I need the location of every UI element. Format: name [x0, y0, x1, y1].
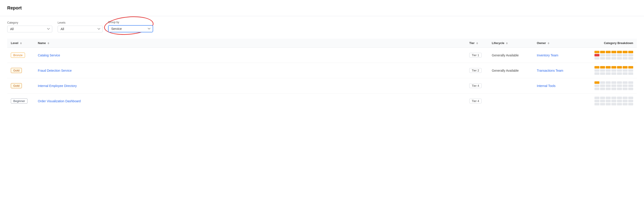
level-badge: Gold — [11, 68, 22, 73]
cell-breakdown — [583, 63, 637, 78]
cell-tier: Tier 1 — [466, 48, 488, 63]
groupby-select[interactable]: Service Team Category — [108, 25, 153, 32]
levels-filter-group: Levels All — [58, 21, 103, 32]
breakdown-visual — [594, 66, 633, 75]
level-badge: Gold — [11, 83, 22, 88]
cell-lifecycle — [488, 94, 533, 109]
cell-breakdown — [583, 78, 637, 94]
cell-name: Fraud Detection Service — [34, 63, 466, 78]
tier-badge: Tier 4 — [469, 83, 482, 88]
col-header-lifecycle[interactable]: Lifecycle — [488, 39, 533, 48]
cell-owner — [533, 94, 583, 109]
service-name-link[interactable]: Fraud Detection Service — [38, 69, 72, 72]
filters-bar: Category All Levels All Group by Service… — [7, 16, 637, 37]
category-filter-group: Category All — [7, 21, 52, 32]
groupby-filter-group: Group by Service Team Category — [108, 21, 153, 32]
table-row: BeginnerOrder Visualization DashboardTie… — [7, 94, 637, 109]
service-name-link[interactable]: Order Visualization Dashboard — [38, 99, 80, 103]
cell-tier: Tier 2 — [466, 63, 488, 78]
category-label: Category — [7, 21, 52, 24]
name-sort-icon — [48, 42, 49, 44]
cell-tier: Tier 4 — [466, 78, 488, 94]
tier-sort-icon — [476, 42, 478, 44]
col-header-level[interactable]: Level — [7, 39, 34, 48]
col-header-tier[interactable]: Tier — [466, 39, 488, 48]
cell-lifecycle — [488, 78, 533, 94]
level-sort-icon — [20, 42, 22, 44]
cell-name: Internal Employee Directory — [34, 78, 466, 94]
breakdown-visual — [594, 51, 633, 60]
page-title: Report — [7, 5, 637, 10]
cell-lifecycle: Generally Available — [488, 48, 533, 63]
col-header-breakdown: Category Breakdown — [583, 39, 637, 48]
cell-owner: Internal Tools — [533, 78, 583, 94]
groupby-label: Group by — [108, 21, 153, 24]
table-container: Level Name Tier — [7, 39, 637, 108]
main-table: Level Name Tier — [7, 39, 637, 108]
owner-link[interactable]: Transactions Team — [537, 69, 564, 72]
cell-lifecycle: Generally Available — [488, 63, 533, 78]
service-name-link[interactable]: Internal Employee Directory — [38, 84, 77, 88]
cell-owner: Transactions Team — [533, 63, 583, 78]
cell-level: Gold — [7, 63, 34, 78]
cell-name: Catalog Service — [34, 48, 466, 63]
cell-level: Bronze — [7, 48, 34, 63]
cell-breakdown — [583, 48, 637, 63]
level-badge: Bronze — [11, 53, 25, 58]
table-row: GoldFraud Detection ServiceTier 2General… — [7, 63, 637, 78]
cell-tier: Tier 4 — [466, 94, 488, 109]
category-select[interactable]: All — [7, 26, 52, 32]
levels-label: Levels — [58, 21, 103, 24]
tier-badge: Tier 2 — [469, 68, 482, 73]
owner-link[interactable]: Internal Tools — [537, 84, 556, 88]
cell-level: Beginner — [7, 94, 34, 109]
cell-level: Gold — [7, 78, 34, 94]
cell-name: Order Visualization Dashboard — [34, 94, 466, 109]
owner-sort-icon — [548, 42, 550, 44]
cell-breakdown — [583, 94, 637, 109]
cell-owner: Inventory Team — [533, 48, 583, 63]
table-header-row: Level Name Tier — [7, 39, 637, 48]
col-header-name[interactable]: Name — [34, 39, 466, 48]
owner-link[interactable]: Inventory Team — [537, 53, 558, 57]
breakdown-visual — [594, 97, 633, 105]
service-name-link[interactable]: Catalog Service — [38, 53, 60, 57]
table-row: GoldInternal Employee DirectoryTier 4Int… — [7, 78, 637, 94]
col-header-owner[interactable]: Owner — [533, 39, 583, 48]
tier-badge: Tier 4 — [469, 99, 482, 103]
levels-select[interactable]: All — [58, 26, 103, 32]
tier-badge: Tier 1 — [469, 53, 482, 58]
page-container: Report Category All Levels All Group by … — [0, 0, 644, 114]
lifecycle-sort-icon — [506, 42, 508, 44]
table-row: BronzeCatalog ServiceTier 1Generally Ava… — [7, 48, 637, 63]
level-badge: Beginner — [11, 99, 28, 103]
breakdown-visual — [594, 81, 633, 90]
